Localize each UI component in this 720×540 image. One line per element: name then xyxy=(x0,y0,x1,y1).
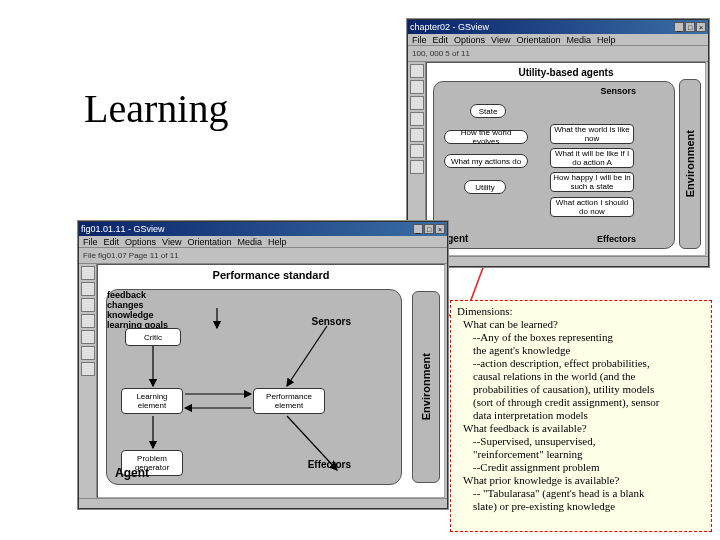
statusbar-win2 xyxy=(79,498,447,508)
menu-view[interactable]: View xyxy=(491,35,510,45)
agent-body: Sensors Critic Learning element Performa… xyxy=(106,289,402,485)
tool-button[interactable] xyxy=(410,144,424,158)
dim-row: slate) or pre-existing knowledge xyxy=(473,500,705,513)
tool-button[interactable] xyxy=(81,266,95,280)
tool-button[interactable] xyxy=(410,96,424,110)
toolbar-win2: File fig01.07 Page 11 of 11 xyxy=(79,248,447,264)
tool-strip-win2 xyxy=(79,264,97,498)
dim-row: causal relations in the world (and the xyxy=(473,370,705,383)
box-utility: Utility xyxy=(464,180,506,194)
diagram-title: Utility-based agents xyxy=(518,67,613,78)
dim-row: -- "Tabularasa" (agent's head is a blank xyxy=(473,487,705,500)
dim-row: --action description, effect probabiliti… xyxy=(473,357,705,370)
sensors-label: Sensors xyxy=(312,316,351,327)
close-icon[interactable]: × xyxy=(435,224,445,234)
minimize-icon[interactable]: _ xyxy=(413,224,423,234)
label-knowledge: knowledge xyxy=(107,310,401,320)
box-state: State xyxy=(470,104,506,118)
menu-help[interactable]: Help xyxy=(597,35,616,45)
environment-label: Environment xyxy=(420,353,432,420)
slide-title: Learning xyxy=(84,85,228,132)
menu-view[interactable]: View xyxy=(162,237,181,247)
window-title: fig01.01.11 - GSview xyxy=(81,224,165,234)
minimize-icon[interactable]: _ xyxy=(674,22,684,32)
menu-media[interactable]: Media xyxy=(237,237,262,247)
agent-body: Sensors State How the world evolves What… xyxy=(433,81,675,249)
dim-row: What prior knowledge is available? xyxy=(463,474,705,487)
window-learning-agent: fig01.01.11 - GSview _ □ × File Edit Opt… xyxy=(78,221,448,509)
menu-file[interactable]: File xyxy=(412,35,427,45)
menu-edit[interactable]: Edit xyxy=(433,35,449,45)
tool-button[interactable] xyxy=(410,80,424,94)
label-changes: changes xyxy=(107,300,401,310)
tool-button[interactable] xyxy=(410,160,424,174)
box-learning-element: Learning element xyxy=(121,388,183,414)
close-icon[interactable]: × xyxy=(696,22,706,32)
menu-options[interactable]: Options xyxy=(454,35,485,45)
window-utility-agent: chapter02 - GSview _ □ × File Edit Optio… xyxy=(407,19,709,267)
canvas-win2: Performance standard Environment Sensors… xyxy=(97,264,445,498)
box-action-now: What action I should do now xyxy=(550,197,634,217)
svg-line-7 xyxy=(287,326,327,386)
dim-row: --Any of the boxes representing xyxy=(473,331,705,344)
titlebar-win2[interactable]: fig01.01.11 - GSview _ □ × xyxy=(79,222,447,236)
dimensions-callout: Dimensions: What can be learned? --Any o… xyxy=(450,300,712,532)
titlebar-win1[interactable]: chapter02 - GSview _ □ × xyxy=(408,20,708,34)
effectors-label: Effectors xyxy=(308,459,351,470)
statusbar-win1 xyxy=(408,256,708,266)
tool-button[interactable] xyxy=(81,282,95,296)
tool-button[interactable] xyxy=(81,346,95,360)
menu-media[interactable]: Media xyxy=(566,35,591,45)
tool-button[interactable] xyxy=(81,298,95,312)
tool-button[interactable] xyxy=(81,314,95,328)
tool-button[interactable] xyxy=(410,128,424,142)
dim-row: --Supervised, unsupervised, xyxy=(473,435,705,448)
dimensions-heading: Dimensions: xyxy=(457,305,705,318)
dim-row: --Credit assignment problem xyxy=(473,461,705,474)
box-actions: What my actions do xyxy=(444,154,528,168)
environment-label: Environment xyxy=(684,130,696,197)
agent-label: Agent xyxy=(115,466,149,480)
box-happy: How happy I will be in such a state xyxy=(550,172,634,192)
dim-row: What feedback is available? xyxy=(463,422,705,435)
toolbar-win1: 100, 000 5 of 11 xyxy=(408,46,708,62)
menu-orientation[interactable]: Orientation xyxy=(187,237,231,247)
dim-row: probabilities of causation), utility mod… xyxy=(473,383,705,396)
canvas-win1: Utility-based agents Environment Sensors… xyxy=(426,62,706,256)
box-evolve: How the world evolves xyxy=(444,130,528,144)
window-controls: _ □ × xyxy=(674,22,706,32)
box-do-a: What it will be like if I do action A xyxy=(550,148,634,168)
menu-file[interactable]: File xyxy=(83,237,98,247)
box-critic: Critic xyxy=(125,328,181,346)
effectors-label: Effectors xyxy=(597,234,636,244)
toolbar-text: File fig01.07 Page 11 of 11 xyxy=(83,251,179,260)
environment-column: Environment xyxy=(679,79,701,249)
menu-orientation[interactable]: Orientation xyxy=(516,35,560,45)
menu-edit[interactable]: Edit xyxy=(104,237,120,247)
toolbar-text: 100, 000 5 of 11 xyxy=(412,49,470,58)
menu-options[interactable]: Options xyxy=(125,237,156,247)
window-title: chapter02 - GSview xyxy=(410,22,489,32)
menubar-win1: File Edit Options View Orientation Media… xyxy=(408,34,708,46)
tool-button[interactable] xyxy=(81,362,95,376)
dim-row: What can be learned? xyxy=(463,318,705,331)
performance-standard-label: Performance standard xyxy=(213,269,330,281)
window-controls: _ □ × xyxy=(413,224,445,234)
dim-row: the agent's knowledge xyxy=(473,344,705,357)
box-world-now: What the world is like now xyxy=(550,124,634,144)
sensors-label: Sensors xyxy=(600,86,636,96)
dim-row: (sort of through credit assignment), sen… xyxy=(473,396,705,409)
tool-button[interactable] xyxy=(410,112,424,126)
tool-button[interactable] xyxy=(81,330,95,344)
menubar-win2: File Edit Options View Orientation Media… xyxy=(79,236,447,248)
maximize-icon[interactable]: □ xyxy=(424,224,434,234)
dim-row: data interpretation models xyxy=(473,409,705,422)
environment-column: Environment xyxy=(412,291,440,483)
box-performance-element: Performance element xyxy=(253,388,325,414)
maximize-icon[interactable]: □ xyxy=(685,22,695,32)
tool-button[interactable] xyxy=(410,64,424,78)
dim-row: "reinforcement" learning xyxy=(473,448,705,461)
menu-help[interactable]: Help xyxy=(268,237,287,247)
label-feedback: feedback xyxy=(107,290,401,300)
